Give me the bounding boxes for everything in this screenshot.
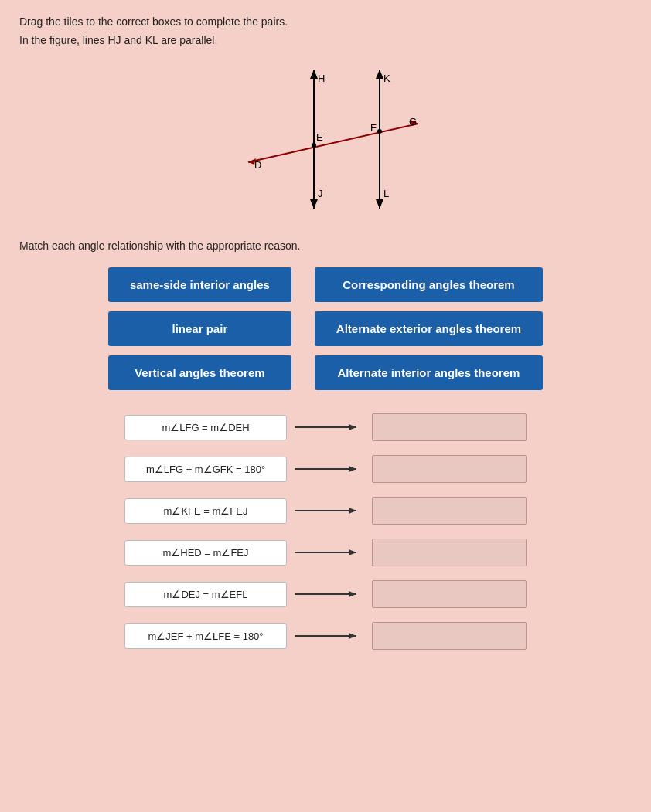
svg-point-18 [377,129,382,134]
svg-line-0 [248,124,418,162]
equation-box-5: m∠DEJ = m∠EFL [124,582,287,607]
arrow-1 [295,420,364,434]
answer-box-4[interactable] [372,539,527,566]
tile-corresponding[interactable]: Corresponding angles theorem [315,267,543,302]
tiles-left-column: same-side interior angles linear pair Ve… [108,267,291,390]
equation-row-6: m∠JEF + m∠LFE = 180° [124,622,527,650]
svg-text:F: F [370,122,377,134]
equation-box-6: m∠JEF + m∠LFE = 180° [124,623,287,649]
svg-marker-20 [349,424,356,430]
match-instruction: Match each angle relationship with the a… [19,240,632,252]
svg-marker-4 [310,70,318,79]
svg-text:L: L [383,188,389,199]
page-container: Drag the tiles to the correct boxes to c… [0,0,651,665]
svg-text:E: E [316,131,323,143]
equation-box-1: m∠LFG = m∠DEH [124,415,287,440]
answer-box-1[interactable] [372,413,527,441]
arrow-5 [295,587,364,601]
equation-row-3: m∠KFE = m∠FEJ [124,497,527,525]
answer-box-6[interactable] [372,622,527,650]
svg-marker-26 [349,549,356,555]
equations-section: m∠LFG = m∠DEH m∠LFG + m∠GFK = 180° m∠KFE… [19,413,632,650]
svg-text:J: J [318,188,323,199]
svg-marker-24 [349,508,356,514]
svg-marker-30 [349,633,356,639]
instruction-line2: In the figure, lines HJ and KL are paral… [19,34,632,46]
svg-text:G: G [409,116,417,127]
tiles-section: same-side interior angles linear pair Ve… [19,267,632,390]
arrow-3 [295,504,364,518]
arrow-4 [295,545,364,559]
svg-marker-5 [310,199,318,209]
arrow-6 [295,629,364,643]
equation-box-2: m∠LFG + m∠GFK = 180° [124,457,287,482]
tile-alt-interior[interactable]: Alternate interior angles theorem [315,355,543,390]
answer-box-5[interactable] [372,580,527,608]
svg-text:H: H [318,73,325,84]
figure-area: H J K L E F D G [19,54,632,224]
svg-text:K: K [383,73,390,84]
tile-vertical[interactable]: Vertical angles theorem [108,355,291,390]
tiles-right-column: Corresponding angles theorem Alternate e… [315,267,543,390]
equation-box-4: m∠HED = m∠FEJ [124,540,287,566]
svg-point-17 [312,143,316,148]
instruction-line1: Drag the tiles to the correct boxes to c… [19,15,632,28]
geometry-diagram: H J K L E F D G [202,54,449,224]
svg-text:D: D [254,159,261,171]
svg-marker-28 [349,591,356,597]
equation-row-2: m∠LFG + m∠GFK = 180° [124,455,527,483]
svg-marker-22 [349,466,356,472]
svg-marker-8 [376,199,383,209]
answer-box-3[interactable] [372,497,527,525]
tile-alt-exterior[interactable]: Alternate exterior angles theorem [315,311,543,346]
equation-row-4: m∠HED = m∠FEJ [124,539,527,566]
tile-same-side[interactable]: same-side interior angles [108,267,291,302]
equation-row-1: m∠LFG = m∠DEH [124,413,527,441]
svg-marker-7 [376,70,383,79]
tile-linear-pair[interactable]: linear pair [108,311,291,346]
equation-box-3: m∠KFE = m∠FEJ [124,498,287,524]
equation-row-5: m∠DEJ = m∠EFL [124,580,527,608]
answer-box-2[interactable] [372,455,527,483]
arrow-2 [295,462,364,476]
